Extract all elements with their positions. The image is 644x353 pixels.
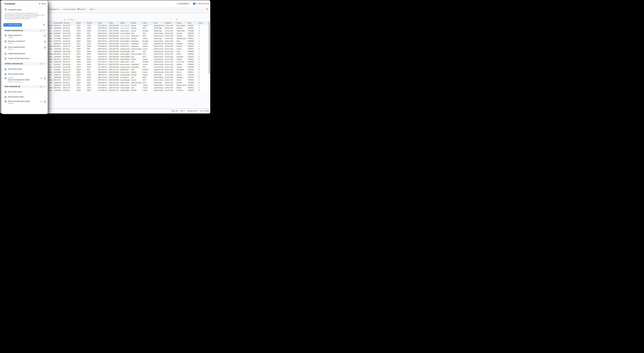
table-cell[interactable]: Jagadeesh Sun...: [153, 42, 164, 45]
table-row[interactable]: MotorsAB1234XY$10,157.7516627704437753 1…: [48, 24, 209, 27]
table-cell[interactable]: 9683 2423 59...: [97, 50, 108, 53]
filter-icon[interactable]: [69, 19, 70, 20]
table-cell[interactable]: (555) 997-9935: [108, 74, 120, 76]
table-cell[interactable]: 83676: [76, 66, 86, 68]
table-row[interactable]: Vehic...GH2345ST$13,470.688367643396553 …: [48, 32, 209, 35]
table-cell[interactable]: 50364: [86, 79, 97, 81]
table-cell[interactable]: Shantha Kuma...: [153, 35, 164, 37]
table-cell[interactable]: 18599: [76, 71, 86, 73]
chevron-up-icon[interactable]: [44, 63, 45, 64]
table-cell[interactable]: 16627: [76, 86, 86, 89]
column-header[interactable]: Emails: [120, 22, 130, 24]
info-icon[interactable]: [40, 30, 42, 32]
table-cell[interactable]: 6893 1123 53...: [97, 76, 108, 78]
command-item[interactable]: Request a refund(min*) Retrieve: [4, 40, 46, 44]
table-cell[interactable]: 2932 5883 33...: [97, 86, 108, 89]
email-cell[interactable]: georgia.young...: [120, 66, 130, 68]
table-cell[interactable]: American Eagle: [130, 53, 142, 55]
email-cell[interactable]: felicia.reid@ex...: [120, 53, 130, 55]
table-cell[interactable]: $11,970.29: [62, 40, 76, 42]
table-cell[interactable]: Triazole: [142, 37, 153, 40]
table-cell[interactable]: 5322 2235 67...: [97, 60, 108, 63]
table-cell[interactable]: 45904: [86, 45, 97, 48]
info-icon[interactable]: [44, 77, 46, 80]
table-cell[interactable]: $10,157.75: [62, 45, 76, 48]
table-cell[interactable]: (555) 997-5682: [108, 42, 120, 45]
table-cell[interactable]: GH2345ST: [53, 66, 62, 68]
table-cell[interactable]: Jagadeesh Sun...: [153, 24, 164, 27]
table-cell[interactable]: Lactam: [142, 71, 153, 73]
table-cell[interactable]: $8,729.16: [62, 27, 76, 29]
table-cell[interactable]: 2: [198, 66, 209, 68]
table-cell[interactable]: 9631: [86, 68, 97, 71]
country-filter-icon[interactable]: [176, 19, 177, 20]
table-cell[interactable]: 3398: [86, 48, 97, 50]
table-cell[interactable]: 43359: [76, 60, 86, 63]
table-cell[interactable]: (555) 104-5541: [108, 58, 120, 60]
table-cell[interactable]: ars: [48, 42, 53, 45]
table-cell[interactable]: Sweden: [176, 58, 187, 60]
table-cell[interactable]: (555) 950-3030: [108, 40, 120, 42]
table-cell[interactable]: otors: [48, 74, 53, 76]
table-cell[interactable]: CD5678ZW: [53, 27, 62, 29]
table-cell[interactable]: Gandhi Raja: [153, 82, 164, 84]
table-cell[interactable]: 6553 8754 33...: [97, 32, 108, 34]
table-cell[interactable]: Stradivarius: [130, 35, 142, 37]
table-cell[interactable]: 1: [198, 53, 209, 55]
table-cell[interactable]: TRH0010: [187, 48, 198, 50]
info-icon[interactable]: [44, 35, 46, 37]
table-cell[interactable]: Zara: [130, 86, 142, 89]
table-cell[interactable]: TRH0013: [187, 56, 198, 58]
table-cell[interactable]: TRH0006: [187, 66, 198, 68]
table-cell[interactable]: 3: [198, 40, 209, 42]
completed-badge[interactable]: 2 Completed: [176, 2, 190, 5]
command-item[interactable]: Create and download invoice: [4, 58, 46, 60]
table-cell[interactable]: Zara: [130, 76, 142, 78]
table-cell[interactable]: 0: [198, 71, 209, 73]
table-cell[interactable]: Vehic...: [48, 66, 53, 68]
table-cell[interactable]: Latha Selvaraj...: [153, 86, 164, 89]
column-header[interactable]: ordertime: [164, 22, 176, 24]
table-cell[interactable]: Shantha Kuma...: [153, 63, 164, 66]
table-cell[interactable]: 5688 5433 44...: [97, 48, 108, 50]
table-cell[interactable]: 5: [198, 24, 209, 27]
table-cell[interactable]: omot...: [48, 82, 53, 84]
section-header[interactable]: Column commands (3): [3, 62, 46, 66]
table-cell[interactable]: $11,622.94: [62, 68, 76, 71]
table-cell[interactable]: Kalyani Venka...: [153, 53, 164, 55]
table-cell[interactable]: $13,470.68: [62, 66, 76, 68]
table-cell[interactable]: Saudi Arabia: [176, 30, 187, 32]
table-cell[interactable]: (555) 735-3507: [108, 30, 120, 32]
table-cell[interactable]: 92771: [86, 56, 97, 58]
table-cell[interactable]: Motors: [48, 58, 53, 60]
table-cell[interactable]: 26 Dec 2023: [164, 45, 176, 48]
command-item[interactable]: Show user data (Hover-state) Retrieve: [4, 100, 46, 104]
email-cell[interactable]: dolores.cham...: [120, 84, 130, 86]
table-cell[interactable]: TRH0016: [187, 60, 198, 63]
acquisition-report-card[interactable]: Acquisition report In 12,067 G.E. ("Gala…: [3, 7, 46, 22]
table-cell[interactable]: (555) 090-3163: [108, 66, 120, 68]
table-cell[interactable]: TRH0014: [187, 84, 198, 86]
table-cell[interactable]: 93046: [86, 50, 97, 53]
table-cell[interactable]: Bershka: [130, 89, 142, 92]
table-cell[interactable]: TRH0005: [187, 74, 198, 76]
table-cell[interactable]: Bhutan: [176, 86, 187, 89]
fit-to-content-button[interactable]: Fit to content: [63, 8, 76, 10]
table-cell[interactable]: Bahamas: [176, 27, 187, 29]
table-cell[interactable]: QR8901AB: [53, 50, 62, 53]
table-cell[interactable]: 26 Dec 2023: [164, 40, 176, 42]
table-cell[interactable]: TRH0013: [187, 76, 198, 78]
table-row[interactable]: Whe...KL0123MN$13,150.7718599934570143 3…: [48, 37, 209, 40]
table-cell[interactable]: Stradivarius: [130, 66, 142, 68]
info-icon[interactable]: [44, 100, 46, 102]
column-header[interactable]: Diesel: [76, 22, 86, 24]
table-cell[interactable]: 16627: [76, 24, 86, 27]
table-cell[interactable]: Ivory Coast: [176, 60, 187, 63]
email-cell[interactable]: bill.sanders@e...: [120, 50, 130, 53]
table-row[interactable]: otorsOP4567JK$11,970.2950963233406942 07…: [48, 40, 209, 42]
table-cell[interactable]: $11,266.83: [62, 30, 76, 32]
table-cell[interactable]: $10,157.75: [62, 86, 76, 89]
table-cell[interactable]: Benin: [176, 40, 187, 42]
search-button[interactable]: [206, 8, 208, 10]
table-cell[interactable]: Whe...: [48, 71, 53, 73]
